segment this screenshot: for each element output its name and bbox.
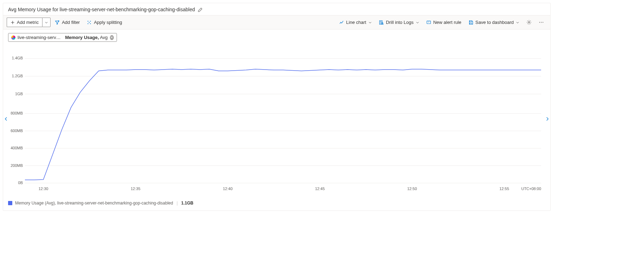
save-to-dashboard-dropdown[interactable]: Save to dashboard bbox=[466, 18, 522, 27]
page-title: Avg Memory Usage for live-streaming-serv… bbox=[8, 7, 195, 12]
chart-type-dropdown[interactable]: Line chart bbox=[336, 18, 375, 27]
svg-point-8 bbox=[528, 21, 530, 23]
new-alert-rule-button[interactable]: New alert rule bbox=[423, 18, 464, 27]
line-chart[interactable]: 0B200MB400MB600MB800MB1GB1.2GB1.4GB12:30… bbox=[8, 45, 545, 193]
title-row: Avg Memory Usage for live-streaming-serv… bbox=[3, 3, 550, 15]
svg-text:600MB: 600MB bbox=[11, 129, 23, 133]
add-metric-label: Add metric bbox=[17, 20, 39, 25]
time-nav-next[interactable] bbox=[543, 114, 552, 126]
drill-into-logs-dropdown[interactable]: Drill into Logs bbox=[376, 18, 422, 27]
legend-value: 1.1GB bbox=[181, 201, 193, 206]
chart-type-label: Line chart bbox=[346, 20, 366, 25]
toolbar: Add metric Add filter Apply splitting bbox=[3, 15, 550, 30]
svg-point-3 bbox=[90, 23, 91, 24]
toolbar-left: Add metric Add filter Apply splitting bbox=[7, 18, 125, 27]
svg-point-11 bbox=[543, 22, 543, 22]
svg-text:800MB: 800MB bbox=[11, 111, 23, 115]
metrics-panel: Avg Memory Usage for live-streaming-serv… bbox=[3, 3, 551, 211]
add-filter-label: Add filter bbox=[62, 20, 80, 25]
toolbar-right: Line chart Drill into Logs New alert rul… bbox=[336, 18, 547, 27]
drill-logs-label: Drill into Logs bbox=[386, 20, 414, 25]
add-metric-split: Add metric bbox=[7, 18, 51, 27]
time-nav-prev[interactable] bbox=[2, 114, 10, 126]
svg-point-9 bbox=[539, 22, 540, 22]
svg-point-4 bbox=[89, 22, 90, 22]
resource-icon bbox=[11, 35, 15, 40]
svg-text:1.2GB: 1.2GB bbox=[12, 74, 23, 78]
chart-area: 0B200MB400MB600MB800MB1GB1.2GB1.4GB12:30… bbox=[3, 42, 550, 198]
svg-text:12:30: 12:30 bbox=[39, 187, 48, 191]
metric-chip-row: live-streaming-server-net-... Memory Usa… bbox=[3, 30, 550, 42]
svg-text:UTC+08:00: UTC+08:00 bbox=[521, 187, 541, 191]
chip-resource-label: live-streaming-server-net-... bbox=[18, 35, 63, 40]
svg-text:12:55: 12:55 bbox=[499, 187, 509, 191]
apply-splitting-button[interactable]: Apply splitting bbox=[84, 18, 125, 27]
save-dashboard-label: Save to dashboard bbox=[475, 20, 514, 25]
svg-point-2 bbox=[88, 23, 88, 24]
chip-metric-label: Memory Usage, Avg bbox=[65, 35, 107, 40]
svg-text:400MB: 400MB bbox=[11, 146, 23, 150]
legend: Memory Usage (Avg), live-streaming-serve… bbox=[3, 198, 550, 210]
svg-text:0B: 0B bbox=[18, 181, 23, 185]
svg-text:1.4GB: 1.4GB bbox=[12, 56, 23, 60]
chip-remove-icon[interactable]: ✕ bbox=[110, 35, 114, 40]
add-metric-dropdown[interactable] bbox=[42, 18, 51, 27]
apply-splitting-label: Apply splitting bbox=[94, 20, 122, 25]
settings-button[interactable] bbox=[524, 18, 534, 27]
svg-text:12:40: 12:40 bbox=[223, 187, 233, 191]
svg-text:12:50: 12:50 bbox=[407, 187, 417, 191]
add-metric-button[interactable]: Add metric bbox=[7, 18, 42, 27]
svg-text:200MB: 200MB bbox=[11, 163, 23, 168]
svg-text:1GB: 1GB bbox=[15, 92, 23, 96]
legend-label: Memory Usage (Avg), live-streaming-serve… bbox=[15, 201, 173, 206]
svg-point-1 bbox=[90, 21, 91, 21]
more-button[interactable] bbox=[536, 18, 547, 27]
svg-point-0 bbox=[88, 21, 88, 21]
legend-swatch bbox=[8, 201, 12, 205]
new-alert-label: New alert rule bbox=[433, 20, 461, 25]
metric-chip[interactable]: live-streaming-server-net-... Memory Usa… bbox=[8, 33, 117, 42]
edit-title-icon[interactable] bbox=[198, 7, 203, 12]
svg-text:12:45: 12:45 bbox=[315, 187, 325, 191]
svg-point-10 bbox=[541, 22, 541, 22]
add-filter-button[interactable]: Add filter bbox=[52, 18, 83, 27]
svg-text:12:35: 12:35 bbox=[131, 187, 140, 191]
